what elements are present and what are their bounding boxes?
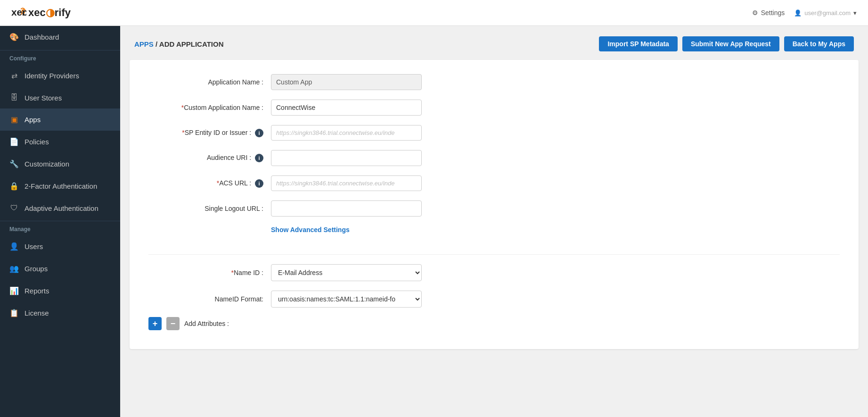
sidebar-item-user-stores[interactable]: 🗄 User Stores — [0, 87, 120, 108]
name-id-row: *Name ID : E-Mail Address Username UserI… — [148, 264, 840, 281]
sidebar-item-adaptive-auth[interactable]: 🛡 Adaptive Authentication — [0, 197, 120, 219]
import-sp-metadata-button[interactable]: Import SP Metadata — [599, 36, 677, 51]
sidebar-item-label: Dashboard — [25, 33, 59, 41]
user-info[interactable]: 👤 user@gmail.com ▾ — [794, 9, 857, 17]
sidebar: 🎨 Dashboard Configure ⇄ Identity Provide… — [0, 26, 120, 417]
acs-url-row: *ACS URL : i — [148, 175, 840, 191]
sidebar-item-label: Groups — [25, 265, 48, 273]
sidebar-item-apps[interactable]: ▣ Apps — [0, 108, 120, 131]
back-to-my-apps-button[interactable]: Back to My Apps — [784, 36, 854, 51]
sidebar-item-groups[interactable]: 👥 Groups — [0, 258, 120, 280]
application-name-label: Application Name : — [148, 78, 271, 86]
submit-new-app-button[interactable]: Submit New App Request — [682, 36, 779, 51]
acs-url-label: *ACS URL : i — [148, 179, 271, 188]
breadcrumb: APPS / ADD APPLICATION — [134, 40, 223, 48]
sidebar-section-manage: Manage — [0, 221, 120, 235]
settings-link[interactable]: ⚙ Settings — [752, 9, 785, 17]
name-id-label: *Name ID : — [148, 269, 271, 276]
header: xec rify xec◑rify ⚙ Settings 👤 user@gmai… — [0, 0, 868, 26]
license-icon: 📋 — [9, 309, 19, 317]
sidebar-item-identity-providers[interactable]: ⇄ Identity Providers — [0, 65, 120, 87]
application-name-row: Application Name : — [148, 74, 840, 90]
users-icon: 👤 — [9, 242, 19, 251]
settings-label: Settings — [761, 9, 785, 17]
sp-entity-info-icon: i — [255, 129, 263, 137]
sidebar-item-label: Customization — [25, 160, 69, 168]
divider — [148, 254, 840, 255]
single-logout-row: Single Logout URL : — [148, 200, 840, 217]
user-email: user@gmail.com — [804, 9, 851, 17]
add-attribute-plus-button[interactable]: + — [148, 317, 162, 330]
policies-icon: 📄 — [9, 137, 19, 146]
sp-entity-label: *SP Entity ID or Issuer : i — [148, 129, 271, 137]
sidebar-item-label: Adaptive Authentication — [25, 204, 98, 212]
main-layout: 🎨 Dashboard Configure ⇄ Identity Provide… — [0, 26, 868, 417]
add-attributes-row: + − Add Attributes : — [148, 317, 840, 330]
form-card: Application Name : *Custom Application N… — [130, 60, 859, 349]
dashboard-icon: 🎨 — [9, 33, 19, 42]
page-header-actions: Import SP Metadata Submit New App Reques… — [599, 36, 854, 51]
groups-icon: 👥 — [9, 264, 19, 273]
audience-uri-row: Audience URI : i — [148, 150, 840, 166]
sidebar-item-label: Policies — [25, 138, 49, 146]
custom-app-name-input[interactable] — [271, 100, 422, 116]
sidebar-item-2fa[interactable]: 🔒 2-Factor Authentication — [0, 175, 120, 197]
sidebar-item-label: Apps — [25, 116, 41, 124]
sidebar-item-label: Users — [25, 242, 43, 250]
add-attribute-minus-button[interactable]: − — [166, 317, 180, 330]
customization-icon: 🔧 — [9, 159, 19, 168]
sidebar-item-reports[interactable]: 📊 Reports — [0, 280, 120, 302]
svg-text:rify: rify — [22, 7, 26, 17]
user-stores-icon: 🗄 — [9, 93, 19, 102]
single-logout-label: Single Logout URL : — [148, 205, 271, 212]
user-icon: 👤 — [794, 9, 802, 17]
sp-entity-input[interactable] — [271, 125, 422, 141]
sidebar-item-label: Identity Providers — [25, 72, 79, 80]
sp-entity-row: *SP Entity ID or Issuer : i — [148, 125, 840, 141]
nameid-format-row: NameID Format: urn:oasis:names:tc:SAML:1… — [148, 291, 840, 308]
sidebar-item-customization[interactable]: 🔧 Customization — [0, 153, 120, 175]
sidebar-item-policies[interactable]: 📄 Policies — [0, 131, 120, 153]
sidebar-item-label: Reports — [25, 287, 49, 295]
audience-uri-info-icon: i — [255, 154, 263, 162]
sidebar-item-license[interactable]: 📋 License — [0, 302, 120, 324]
audience-uri-label: Audience URI : i — [148, 154, 271, 162]
header-right: ⚙ Settings 👤 user@gmail.com ▾ — [752, 9, 857, 17]
adaptive-auth-icon: 🛡 — [9, 204, 19, 212]
breadcrumb-separator: / — [156, 40, 159, 48]
identity-providers-icon: ⇄ — [9, 71, 19, 80]
breadcrumb-parent[interactable]: APPS — [134, 40, 154, 48]
nameid-format-select[interactable]: urn:oasis:names:tc:SAML:1.1:nameid-fo — [271, 291, 422, 308]
content-area: APPS / ADD APPLICATION Import SP Metadat… — [120, 26, 868, 417]
sidebar-item-label: User Stores — [25, 94, 62, 102]
single-logout-input[interactable] — [271, 200, 422, 217]
acs-url-input[interactable] — [271, 175, 422, 191]
breadcrumb-current: ADD APPLICATION — [159, 40, 224, 48]
sidebar-item-dashboard[interactable]: 🎨 Dashboard — [0, 26, 120, 48]
sidebar-item-users[interactable]: 👤 Users — [0, 235, 120, 258]
audience-uri-input[interactable] — [271, 150, 422, 166]
sidebar-section-configure: Configure — [0, 50, 120, 65]
custom-app-name-label: *Custom Application Name : — [148, 104, 271, 111]
chevron-down-icon: ▾ — [853, 9, 857, 17]
application-name-input[interactable] — [271, 74, 422, 90]
logo-text: xec◑rify — [28, 7, 71, 19]
apps-icon: ▣ — [9, 115, 19, 124]
show-advanced-settings-link[interactable]: Show Advanced Settings — [271, 226, 350, 234]
nameid-format-label: NameID Format: — [148, 295, 271, 303]
page-header: APPS / ADD APPLICATION Import SP Metadat… — [120, 26, 868, 60]
gear-icon: ⚙ — [752, 9, 758, 17]
add-attributes-label: Add Attributes : — [184, 320, 229, 327]
acs-url-info-icon: i — [255, 179, 263, 188]
name-id-select[interactable]: E-Mail Address Username UserID — [271, 264, 422, 281]
sidebar-item-label: License — [25, 309, 49, 317]
custom-app-name-row: *Custom Application Name : — [148, 100, 840, 116]
logo: xec rify xec◑rify — [11, 5, 71, 20]
2fa-icon: 🔒 — [9, 182, 19, 191]
reports-icon: 📊 — [9, 286, 19, 295]
logo-icon: xec rify — [11, 5, 26, 20]
sidebar-item-label: 2-Factor Authentication — [25, 182, 97, 190]
